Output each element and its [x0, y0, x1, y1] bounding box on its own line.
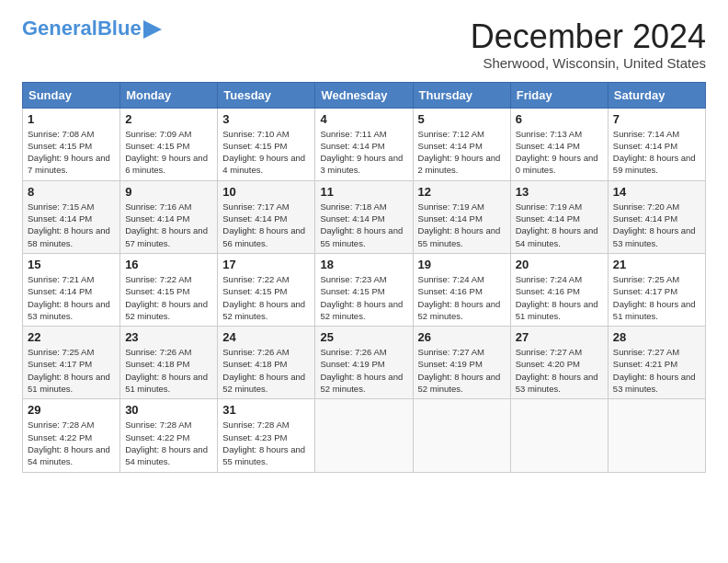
table-row: 8 Sunrise: 7:15 AM Sunset: 4:14 PM Dayli…: [23, 180, 120, 253]
day-info: Sunrise: 7:12 AM Sunset: 4:14 PM Dayligh…: [418, 128, 506, 177]
day-info: Sunrise: 7:20 AM Sunset: 4:14 PM Dayligh…: [613, 201, 700, 249]
calendar-week-4: 22 Sunrise: 7:25 AM Sunset: 4:17 PM Dayl…: [23, 327, 706, 399]
table-row: 3 Sunrise: 7:10 AM Sunset: 4:15 PM Dayli…: [218, 108, 315, 180]
table-row: 24 Sunrise: 7:26 AM Sunset: 4:18 PM Dayl…: [218, 327, 315, 399]
table-row: 28 Sunrise: 7:27 AM Sunset: 4:21 PM Dayl…: [608, 327, 705, 399]
calendar-week-3: 15 Sunrise: 7:21 AM Sunset: 4:14 PM Dayl…: [23, 253, 706, 326]
day-number: 23: [125, 330, 212, 344]
day-number: 11: [320, 185, 407, 199]
calendar-table: Sunday Monday Tuesday Wednesday Thursday…: [22, 82, 706, 473]
table-row: 25 Sunrise: 7:26 AM Sunset: 4:19 PM Dayl…: [315, 327, 413, 399]
day-number: 25: [320, 330, 407, 344]
table-row: 26 Sunrise: 7:27 AM Sunset: 4:19 PM Dayl…: [413, 327, 510, 399]
table-row: 15 Sunrise: 7:21 AM Sunset: 4:14 PM Dayl…: [23, 253, 120, 326]
day-info: Sunrise: 7:08 AM Sunset: 4:15 PM Dayligh…: [28, 128, 115, 177]
day-info: Sunrise: 7:27 AM Sunset: 4:21 PM Dayligh…: [613, 346, 700, 395]
table-row: 6 Sunrise: 7:13 AM Sunset: 4:14 PM Dayli…: [510, 108, 608, 180]
table-row: 21 Sunrise: 7:25 AM Sunset: 4:17 PM Dayl…: [608, 253, 705, 326]
day-info: Sunrise: 7:19 AM Sunset: 4:14 PM Dayligh…: [418, 201, 506, 249]
day-number: 8: [28, 185, 115, 199]
day-number: 30: [125, 403, 212, 417]
day-info: Sunrise: 7:13 AM Sunset: 4:14 PM Dayligh…: [516, 128, 603, 177]
title-area: December 2024 Sherwood, Wisconsin, Unite…: [471, 18, 706, 71]
day-number: 22: [28, 330, 115, 344]
day-number: 18: [320, 258, 407, 271]
day-number: 13: [516, 185, 603, 199]
day-number: 1: [28, 112, 115, 126]
day-info: Sunrise: 7:28 AM Sunset: 4:22 PM Dayligh…: [125, 419, 212, 467]
table-row: 2 Sunrise: 7:09 AM Sunset: 4:15 PM Dayli…: [120, 108, 218, 180]
day-number: 29: [28, 403, 115, 417]
day-info: Sunrise: 7:10 AM Sunset: 4:15 PM Dayligh…: [222, 128, 310, 177]
day-number: 12: [418, 185, 506, 199]
table-row: 14 Sunrise: 7:20 AM Sunset: 4:14 PM Dayl…: [608, 180, 705, 253]
day-info: Sunrise: 7:11 AM Sunset: 4:14 PM Dayligh…: [320, 128, 407, 177]
table-row: 19 Sunrise: 7:24 AM Sunset: 4:16 PM Dayl…: [413, 253, 510, 326]
day-number: 19: [418, 258, 506, 271]
calendar-week-1: 1 Sunrise: 7:08 AM Sunset: 4:15 PM Dayli…: [23, 108, 706, 180]
day-info: Sunrise: 7:15 AM Sunset: 4:14 PM Dayligh…: [28, 201, 115, 249]
table-row: [510, 399, 608, 472]
day-number: 7: [613, 112, 700, 126]
logo: GeneralBlue: [22, 18, 162, 39]
calendar-week-5: 29 Sunrise: 7:28 AM Sunset: 4:22 PM Dayl…: [23, 399, 706, 472]
day-number: 28: [613, 330, 700, 344]
day-info: Sunrise: 7:17 AM Sunset: 4:14 PM Dayligh…: [222, 201, 310, 249]
page-header: GeneralBlue December 2024 Sherwood, Wisc…: [22, 18, 706, 71]
logo-general: General: [22, 17, 97, 40]
table-row: 17 Sunrise: 7:22 AM Sunset: 4:15 PM Dayl…: [218, 253, 315, 326]
day-info: Sunrise: 7:27 AM Sunset: 4:20 PM Dayligh…: [516, 346, 603, 395]
day-info: Sunrise: 7:26 AM Sunset: 4:18 PM Dayligh…: [125, 346, 212, 395]
day-info: Sunrise: 7:22 AM Sunset: 4:15 PM Dayligh…: [125, 273, 212, 322]
table-row: [315, 399, 413, 472]
day-info: Sunrise: 7:14 AM Sunset: 4:14 PM Dayligh…: [613, 128, 700, 177]
table-row: 30 Sunrise: 7:28 AM Sunset: 4:22 PM Dayl…: [120, 399, 218, 472]
day-info: Sunrise: 7:16 AM Sunset: 4:14 PM Dayligh…: [125, 201, 212, 249]
col-sunday: Sunday: [23, 82, 120, 108]
day-number: 14: [613, 185, 700, 199]
month-title: December 2024: [471, 18, 706, 55]
day-info: Sunrise: 7:22 AM Sunset: 4:15 PM Dayligh…: [222, 273, 310, 322]
table-row: 29 Sunrise: 7:28 AM Sunset: 4:22 PM Dayl…: [23, 399, 120, 472]
day-number: 3: [222, 112, 310, 126]
day-info: Sunrise: 7:25 AM Sunset: 4:17 PM Dayligh…: [28, 346, 115, 395]
col-wednesday: Wednesday: [315, 82, 413, 108]
day-number: 21: [613, 258, 700, 271]
table-row: 9 Sunrise: 7:16 AM Sunset: 4:14 PM Dayli…: [120, 180, 218, 253]
day-info: Sunrise: 7:24 AM Sunset: 4:16 PM Dayligh…: [516, 273, 603, 322]
day-number: 16: [125, 258, 212, 271]
calendar-week-2: 8 Sunrise: 7:15 AM Sunset: 4:14 PM Dayli…: [23, 180, 706, 253]
day-number: 31: [222, 403, 310, 417]
day-number: 24: [222, 330, 310, 344]
day-number: 26: [418, 330, 506, 344]
col-monday: Monday: [120, 82, 218, 108]
svg-marker-0: [143, 20, 162, 39]
day-info: Sunrise: 7:26 AM Sunset: 4:19 PM Dayligh…: [320, 346, 407, 395]
day-info: Sunrise: 7:28 AM Sunset: 4:23 PM Dayligh…: [222, 419, 310, 467]
table-row: 18 Sunrise: 7:23 AM Sunset: 4:15 PM Dayl…: [315, 253, 413, 326]
col-thursday: Thursday: [413, 82, 510, 108]
col-friday: Friday: [510, 82, 608, 108]
day-info: Sunrise: 7:23 AM Sunset: 4:15 PM Dayligh…: [320, 273, 407, 322]
day-info: Sunrise: 7:27 AM Sunset: 4:19 PM Dayligh…: [418, 346, 506, 395]
location-title: Sherwood, Wisconsin, United States: [471, 55, 706, 71]
day-info: Sunrise: 7:24 AM Sunset: 4:16 PM Dayligh…: [418, 273, 506, 322]
day-number: 6: [516, 112, 603, 126]
day-info: Sunrise: 7:18 AM Sunset: 4:14 PM Dayligh…: [320, 201, 407, 249]
table-row: 31 Sunrise: 7:28 AM Sunset: 4:23 PM Dayl…: [218, 399, 315, 472]
col-tuesday: Tuesday: [218, 82, 315, 108]
table-row: 27 Sunrise: 7:27 AM Sunset: 4:20 PM Dayl…: [510, 327, 608, 399]
col-saturday: Saturday: [608, 82, 705, 108]
logo-blue: Blue: [97, 17, 142, 40]
day-number: 20: [516, 258, 603, 271]
day-number: 5: [418, 112, 506, 126]
day-info: Sunrise: 7:09 AM Sunset: 4:15 PM Dayligh…: [125, 128, 212, 177]
day-info: Sunrise: 7:26 AM Sunset: 4:18 PM Dayligh…: [222, 346, 310, 395]
table-row: 23 Sunrise: 7:26 AM Sunset: 4:18 PM Dayl…: [120, 327, 218, 399]
table-row: 16 Sunrise: 7:22 AM Sunset: 4:15 PM Dayl…: [120, 253, 218, 326]
table-row: 11 Sunrise: 7:18 AM Sunset: 4:14 PM Dayl…: [315, 180, 413, 253]
table-row: 4 Sunrise: 7:11 AM Sunset: 4:14 PM Dayli…: [315, 108, 413, 180]
logo-text: GeneralBlue: [22, 18, 142, 39]
table-row: 5 Sunrise: 7:12 AM Sunset: 4:14 PM Dayli…: [413, 108, 510, 180]
logo-icon: [143, 20, 162, 39]
